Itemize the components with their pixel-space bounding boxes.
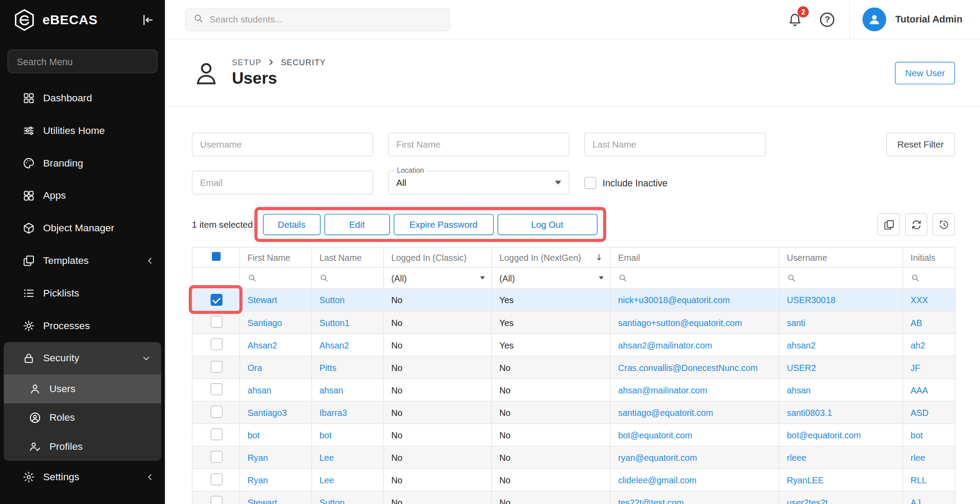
revert-history-button[interactable]	[932, 213, 955, 236]
cell-last-name[interactable]: Lee	[319, 475, 334, 485]
include-inactive-checkbox[interactable]: Include Inactive	[584, 177, 667, 189]
cell-initials[interactable]: ASD	[910, 408, 928, 418]
table-row[interactable]: Stewart Sutton No No tes22t@test.com use…	[192, 491, 955, 504]
cell-last-name[interactable]: Sutton	[319, 497, 344, 504]
sidebar-item-object-manager[interactable]: Object Manager	[0, 212, 165, 245]
column-filter-last-name[interactable]	[312, 267, 383, 289]
table-row[interactable]: Santiago3 Ibarra3 No No santiago@equator…	[192, 401, 955, 424]
cell-email[interactable]: bot@equatorit.com	[618, 430, 692, 440]
cell-first-name[interactable]: Stewart	[247, 497, 277, 504]
column-header-logged-in-nextgen[interactable]: Logged In (NextGen)	[492, 247, 611, 267]
cell-username[interactable]: rleee	[787, 452, 806, 463]
cell-email[interactable]: ryan@equatorit.com	[618, 452, 697, 463]
cell-last-name[interactable]: Ibarra3	[319, 408, 347, 418]
cell-first-name[interactable]: Ahsan2	[247, 340, 277, 350]
column-header-first-name[interactable]: First Name	[239, 247, 311, 267]
sidebar-item-branding[interactable]: Branding	[0, 147, 165, 180]
details-button[interactable]: Details	[263, 214, 321, 235]
cell-username[interactable]: bot@equatorit.com	[787, 430, 861, 440]
table-row[interactable]: Stewart Sutton No Yes nick+u30018@equato…	[192, 289, 955, 311]
cell-email[interactable]: ahsan2@mailinator.com	[618, 340, 712, 350]
cell-initials[interactable]: RLL	[910, 475, 926, 485]
filter-username-input[interactable]	[192, 133, 373, 156]
student-search[interactable]	[185, 8, 450, 31]
filter-first-name-input[interactable]	[388, 133, 570, 156]
sidebar-search-input[interactable]	[7, 49, 158, 73]
cell-last-name[interactable]: Ahsan2	[319, 340, 349, 350]
select-all-checkbox[interactable]	[212, 252, 221, 261]
column-header-email[interactable]: Email	[610, 247, 779, 267]
cell-initials[interactable]: ah2	[910, 340, 925, 350]
cell-email[interactable]: tes22t@test.com	[618, 497, 684, 504]
cell-first-name[interactable]: Stewart	[247, 295, 277, 305]
cell-email[interactable]: clidelee@gmail.com	[618, 475, 696, 485]
cell-username[interactable]: RyanLEE	[787, 475, 824, 485]
sidebar-item-users[interactable]: Users	[4, 374, 162, 403]
table-row[interactable]: ahsan ahsan No No ahsan@mailinator.com a…	[192, 378, 955, 401]
row-checkbox[interactable]	[210, 294, 222, 306]
row-checkbox[interactable]	[210, 338, 222, 350]
cell-last-name[interactable]: Sutton1	[319, 317, 350, 327]
export-button[interactable]	[877, 213, 900, 236]
sidebar-item-utilities-home[interactable]: Utilities Home	[0, 115, 165, 147]
cell-initials[interactable]: XXX	[910, 295, 928, 305]
table-row[interactable]: Ora Pitts No No Cras.convallis@DonecestN…	[192, 356, 955, 378]
cell-first-name[interactable]: Ora	[247, 363, 262, 373]
cell-email[interactable]: santiago@equatorit.com	[618, 408, 713, 418]
column-filter-email[interactable]	[610, 267, 779, 289]
sidebar-item-security[interactable]: Security	[4, 342, 162, 374]
sidebar-item-settings[interactable]: Settings	[0, 461, 165, 493]
cell-username[interactable]: USER30018	[787, 295, 835, 305]
cell-last-name[interactable]: Pitts	[319, 363, 336, 373]
new-user-button[interactable]: New User	[895, 62, 955, 84]
cell-last-name[interactable]: Sutton	[319, 295, 344, 305]
table-row[interactable]: bot bot No No bot@equatorit.com bot@equa…	[192, 424, 955, 446]
cell-last-name[interactable]: ahsan	[319, 385, 343, 395]
cell-username[interactable]: ahsan	[787, 385, 811, 395]
filter-last-name-input[interactable]	[584, 133, 766, 156]
column-filter-username[interactable]	[779, 267, 903, 289]
cell-username[interactable]: ahsan2	[787, 340, 815, 350]
row-checkbox[interactable]	[210, 496, 222, 504]
row-checkbox[interactable]	[210, 473, 222, 485]
select-all-cell[interactable]	[192, 247, 240, 267]
filter-email-input[interactable]	[192, 170, 373, 194]
location-select[interactable]: Location All	[388, 170, 570, 194]
sidebar-item-dashboard[interactable]: Dashboard	[0, 82, 165, 115]
cell-email[interactable]: Cras.convallis@DonecestNunc.com	[618, 363, 758, 373]
breadcrumb-setup[interactable]: SETUP	[232, 58, 262, 67]
cell-first-name[interactable]: Santiago3	[247, 408, 287, 418]
log-out-button[interactable]: Log Out	[497, 214, 597, 235]
column-filter-logged-in-nextgen[interactable]: (All)	[492, 267, 611, 289]
column-header-initials[interactable]: Initials	[903, 247, 955, 267]
row-checkbox[interactable]	[210, 383, 222, 395]
cell-first-name[interactable]: ahsan	[247, 385, 271, 395]
column-filter-logged-in-classic[interactable]: (All)	[383, 267, 492, 289]
row-checkbox[interactable]	[210, 315, 222, 327]
cell-initials[interactable]: AAA	[910, 385, 928, 395]
cell-initials[interactable]: AJ	[910, 497, 921, 504]
breadcrumb-security[interactable]: SECURITY	[281, 58, 326, 67]
student-search-input[interactable]	[210, 15, 442, 25]
cell-first-name[interactable]: bot	[247, 430, 260, 440]
column-header-username[interactable]: Username	[779, 247, 903, 267]
help-icon[interactable]: ?	[820, 12, 835, 27]
cell-initials[interactable]: JF	[910, 363, 920, 373]
table-row[interactable]: Santiago Sutton1 No Yes santiago+sutton@…	[192, 311, 955, 334]
user-name[interactable]: Tutorial Admin	[895, 14, 962, 25]
reset-filter-button[interactable]: Reset Filter	[886, 133, 955, 156]
table-row[interactable]: Ryan Lee No No clidelee@gmail.com RyanLE…	[192, 469, 955, 491]
checkbox-box[interactable]	[584, 177, 596, 189]
table-row[interactable]: Ryan Lee No No ryan@equatorit.com rleee …	[192, 446, 955, 469]
expire-password-button[interactable]: Expire Password	[394, 214, 494, 235]
cell-first-name[interactable]: Ryan	[247, 452, 268, 463]
cell-username[interactable]: USER2	[787, 363, 816, 373]
row-checkbox[interactable]	[210, 405, 222, 417]
cell-last-name[interactable]: bot	[319, 430, 332, 440]
sidebar-collapse-icon[interactable]	[140, 13, 154, 26]
cell-initials[interactable]: bot	[910, 430, 923, 440]
cell-username[interactable]: santi	[787, 317, 805, 327]
sidebar-item-picklists[interactable]: Picklists	[0, 277, 165, 310]
cell-last-name[interactable]: Lee	[319, 452, 334, 463]
column-header-logged-in-classic[interactable]: Logged In (Classic)	[383, 247, 492, 267]
